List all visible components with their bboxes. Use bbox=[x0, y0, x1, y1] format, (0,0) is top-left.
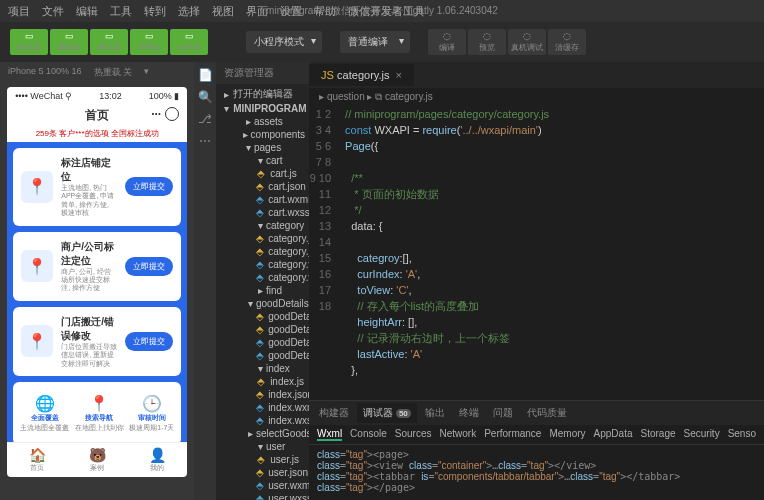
tree-item[interactable]: ▾ goodDetails bbox=[216, 297, 309, 310]
menu-工具[interactable]: 工具 bbox=[110, 4, 132, 19]
card-icon: 📍 bbox=[21, 171, 53, 203]
tb-真机调试[interactable]: ◌真机调试 bbox=[508, 29, 546, 55]
tree-item[interactable]: ⬘user.wxss bbox=[216, 492, 309, 500]
tree-item[interactable]: ⬘goodDetails.js bbox=[216, 310, 309, 323]
dbg-tab-Network[interactable]: Network bbox=[440, 428, 477, 441]
menu-项目[interactable]: 项目 bbox=[8, 4, 30, 19]
code-editor[interactable]: 1 2 3 4 5 6 7 8 9 10 11 12 13 14 15 16 1… bbox=[309, 106, 764, 400]
card-icon: 📍 bbox=[21, 325, 53, 357]
breadcrumb[interactable]: ▸ question ▸ ⧉ category.js bbox=[309, 88, 764, 106]
tree-item[interactable]: ▾ index bbox=[216, 362, 309, 375]
mode-dropdown[interactable]: 小程序模式 bbox=[246, 31, 322, 53]
dbg-tab-Console[interactable]: Console bbox=[350, 428, 387, 441]
tree-item[interactable]: ▾ cart bbox=[216, 154, 309, 167]
close-icon[interactable]: × bbox=[395, 69, 401, 81]
tree-item[interactable]: ⬘cart.json bbox=[216, 180, 309, 193]
tree-item[interactable]: ⬘index.wxss bbox=[216, 414, 309, 427]
tabbar-item[interactable]: 🐻案例 bbox=[89, 447, 106, 473]
editor-tab[interactable]: JScategory.js× bbox=[309, 64, 414, 86]
dbg-tab-Wxml[interactable]: Wxml bbox=[317, 428, 342, 441]
menu-选择[interactable]: 选择 bbox=[178, 4, 200, 19]
tabbar-item[interactable]: 🏠首页 bbox=[29, 447, 46, 473]
sim-status-bar: •••• WeChat ⚲ 13:02 100% ▮ bbox=[7, 87, 187, 105]
tree-item[interactable]: ⬘user.js bbox=[216, 453, 309, 466]
feature-item: 📍搜索导航在地图上找到你 bbox=[75, 394, 124, 433]
compile-dropdown[interactable]: 普通编译 bbox=[340, 31, 410, 53]
menubar: 项目文件编辑工具转到选择视图界面设置帮助微信开发者工具 miniprogram … bbox=[0, 0, 764, 22]
dbg-tab-Senso[interactable]: Senso bbox=[728, 428, 756, 441]
dbg-top-问题[interactable]: 问题 bbox=[487, 403, 519, 423]
tree-item[interactable]: ▸ assets bbox=[216, 115, 309, 128]
sidebar-icons[interactable]: 📄🔍⎇⋯ bbox=[194, 62, 216, 500]
tree-item[interactable]: ⬘goodDetails.wxss bbox=[216, 349, 309, 362]
service-card[interactable]: 📍商户/公司标注定位商户, 公司, 经营场所快速提交标注, 操作方便立即提交 bbox=[13, 232, 181, 301]
dbg-top-输出[interactable]: 输出 bbox=[419, 403, 451, 423]
tabbar-item[interactable]: 👤我的 bbox=[149, 447, 166, 473]
open-editors[interactable]: ▸ 打开的编辑器 bbox=[216, 86, 309, 102]
simulator[interactable]: •••• WeChat ⚲ 13:02 100% ▮ 首页 ··· 259条 客… bbox=[7, 87, 187, 477]
tree-item[interactable]: ▾ user bbox=[216, 440, 309, 453]
dbg-tab-Memory[interactable]: Memory bbox=[549, 428, 585, 441]
service-card[interactable]: 📍门店搬迁/错误修改门店位置搬迁导致信息错误, 重新提交标注即可解决立即提交 bbox=[13, 307, 181, 376]
tree-item[interactable]: ⬘category.wxss bbox=[216, 271, 309, 284]
tree-item[interactable]: ⬘index.wxml bbox=[216, 401, 309, 414]
dbg-tab-Security[interactable]: Security bbox=[684, 428, 720, 441]
more-icon: ⋯ bbox=[199, 134, 211, 148]
tree-item[interactable]: ⬘user.wxml bbox=[216, 479, 309, 492]
tree-item[interactable]: ⬘index.json bbox=[216, 388, 309, 401]
dbg-tab-Performance[interactable]: Performance bbox=[484, 428, 541, 441]
dbg-top-代码质量[interactable]: 代码质量 bbox=[521, 403, 573, 423]
search-icon: 🔍 bbox=[198, 90, 213, 104]
tb-云开发[interactable]: ▭云开发 bbox=[170, 29, 208, 55]
dbg-top-调试器[interactable]: 调试器 50 bbox=[357, 403, 417, 423]
tree-item[interactable]: ⬘category.json bbox=[216, 245, 309, 258]
tree-item[interactable]: ▸ selectGoods bbox=[216, 427, 309, 440]
debugger-panel[interactable]: 构建器调试器 50输出终端问题代码质量 WxmlConsoleSourcesNe… bbox=[309, 400, 764, 500]
tree-item[interactable]: ⬘user.json bbox=[216, 466, 309, 479]
tree-item[interactable]: ⬘cart.wxss bbox=[216, 206, 309, 219]
sim-nav-title: 首页 ··· bbox=[7, 105, 187, 128]
menu-编辑[interactable]: 编辑 bbox=[76, 4, 98, 19]
tb-清缓存[interactable]: ◌清缓存 bbox=[548, 29, 586, 55]
branch-icon: ⎇ bbox=[198, 112, 212, 126]
tb-编译[interactable]: ◌编译 bbox=[428, 29, 466, 55]
menu-视图[interactable]: 视图 bbox=[212, 4, 234, 19]
tb-编辑器[interactable]: ▭编辑器 bbox=[50, 29, 88, 55]
tb-预览[interactable]: ◌预览 bbox=[468, 29, 506, 55]
tree-item[interactable]: ▾ pages bbox=[216, 141, 309, 154]
tree-item[interactable]: ⬘goodDetails.json bbox=[216, 323, 309, 336]
root-folder[interactable]: ▾ MINIPROGRAM bbox=[216, 102, 309, 115]
dbg-tab-Sources[interactable]: Sources bbox=[395, 428, 432, 441]
service-card[interactable]: 📍标注店铺定位主流地图, 热门APP全覆盖, 申请简单, 操作方便, 极速审核立… bbox=[13, 148, 181, 226]
dbg-tab-Storage[interactable]: Storage bbox=[640, 428, 675, 441]
tb-可视化[interactable]: ▭可视化 bbox=[130, 29, 168, 55]
dbg-top-构建器[interactable]: 构建器 bbox=[313, 403, 355, 423]
toolbar: ▭模拟器▭编辑器▭调试器▭可视化▭云开发 小程序模式 普通编译 ◌编译◌预览◌真… bbox=[0, 22, 764, 62]
menu-转到[interactable]: 转到 bbox=[144, 4, 166, 19]
submit-button[interactable]: 立即提交 bbox=[125, 177, 173, 196]
tree-item[interactable]: ⬘goodDetails.wxml bbox=[216, 336, 309, 349]
tree-item[interactable]: ⬘cart.wxml bbox=[216, 193, 309, 206]
tree-item[interactable]: ⬘cart.js bbox=[216, 167, 309, 180]
tree-item[interactable]: ⬘category.js bbox=[216, 232, 309, 245]
menu-文件[interactable]: 文件 bbox=[42, 4, 64, 19]
tree-item[interactable]: ▾ category bbox=[216, 219, 309, 232]
tree-item[interactable]: ▸ find bbox=[216, 284, 309, 297]
dbg-top-终端[interactable]: 终端 bbox=[453, 403, 485, 423]
device-info: iPhone 5 100% 16热重载 关▾ bbox=[0, 62, 194, 83]
submit-button[interactable]: 立即提交 bbox=[125, 257, 173, 276]
file-explorer[interactable]: 资源管理器 ▸ 打开的编辑器 ▾ MINIPROGRAM ▸ assets▸ c… bbox=[216, 62, 309, 500]
window-title: miniprogram - 微信开发者工具 Nightly 1.06.24030… bbox=[266, 4, 498, 18]
tb-调试器[interactable]: ▭调试器 bbox=[90, 29, 128, 55]
dbg-tab-AppData[interactable]: AppData bbox=[594, 428, 633, 441]
editor-pane: JScategory.js× ▸ question ▸ ⧉ category.j… bbox=[309, 62, 764, 500]
card-icon: 📍 bbox=[21, 250, 53, 282]
feature-item: 🌐全面覆盖主流地图全覆盖 bbox=[20, 394, 69, 433]
tb-模拟器[interactable]: ▭模拟器 bbox=[10, 29, 48, 55]
tree-item[interactable]: ▸ components bbox=[216, 128, 309, 141]
submit-button[interactable]: 立即提交 bbox=[125, 332, 173, 351]
tree-item[interactable]: ⬘category.wxml bbox=[216, 258, 309, 271]
menu-界面[interactable]: 界面 bbox=[246, 4, 268, 19]
explorer-icon: 📄 bbox=[198, 68, 213, 82]
tree-item[interactable]: ⬘index.js bbox=[216, 375, 309, 388]
